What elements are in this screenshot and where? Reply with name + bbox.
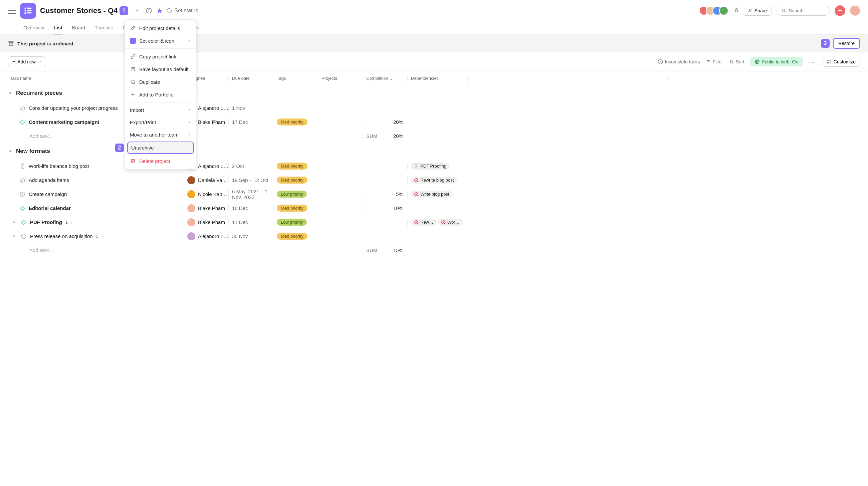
share-button[interactable]: Share <box>743 6 772 16</box>
svg-rect-25 <box>827 60 829 61</box>
star-icon[interactable] <box>156 7 163 14</box>
set-status-button[interactable]: Set status <box>167 8 198 14</box>
public-web-pill[interactable]: Public to web: On <box>750 57 803 66</box>
priority-tag: Med priority <box>277 176 307 184</box>
due-date: 6 May, 2021 – 1 Nov, 2022 <box>228 189 273 200</box>
add-task[interactable]: Add task… <box>0 247 184 253</box>
tab-list[interactable]: List <box>54 25 63 34</box>
callout-3: 3 <box>821 39 830 48</box>
expand-caret-icon[interactable] <box>12 234 16 238</box>
search-input[interactable] <box>777 6 830 16</box>
assignee-name: Alejandro L… <box>198 233 228 239</box>
task-name: Create campaign <box>29 191 67 197</box>
svg-marker-36 <box>20 206 25 210</box>
task-status-icon[interactable] <box>19 191 25 197</box>
add-new-button[interactable]: +Add new <box>8 56 46 67</box>
table-row[interactable]: PDF Proofing1 Blake Pham11 DecLow priori… <box>0 215 868 229</box>
info-icon[interactable] <box>146 7 152 14</box>
more-icon[interactable]: ··· <box>809 58 816 66</box>
dd-move[interactable]: Move to another team <box>125 129 196 141</box>
svg-rect-5 <box>27 12 32 14</box>
global-add-button[interactable]: + <box>835 5 845 16</box>
callout-2: 2 <box>115 143 124 152</box>
col-projects[interactable]: Projects <box>318 76 363 81</box>
due-date: 2 Oct <box>228 163 273 169</box>
dependency-pill[interactable]: Rew… <box>411 219 437 226</box>
dependency-pill[interactable]: Wor… <box>438 219 463 226</box>
col-tags[interactable]: Tags <box>273 76 318 81</box>
customize-button[interactable]: Customize <box>823 57 860 67</box>
svg-rect-3 <box>27 10 32 11</box>
dd-unarchive[interactable]: Unarchive <box>127 141 194 154</box>
dd-save-layout[interactable]: Save layout as default <box>125 63 196 75</box>
incomplete-filter[interactable]: Incomplete tasks <box>658 59 700 64</box>
sort-button[interactable]: Sort <box>729 59 744 64</box>
member-avatars[interactable] <box>702 6 728 15</box>
col-deps[interactable]: Dependencies <box>407 76 467 81</box>
dependency-pill[interactable]: Rewrite blog post <box>411 176 457 184</box>
tab-overview[interactable]: Overview <box>23 25 44 34</box>
table-row[interactable]: Add agenda itemsDaniela Var…19 Sep – 12 … <box>0 173 868 187</box>
add-column[interactable]: + <box>467 75 868 82</box>
archive-icon <box>8 40 14 46</box>
tab-timeline[interactable]: Timeline <box>94 25 113 34</box>
chevron-right-icon <box>187 38 191 44</box>
subtask-count: 5 <box>96 234 104 239</box>
add-new-label: Add new <box>18 59 35 64</box>
duplicate-icon <box>130 79 136 85</box>
dd-import[interactable]: Import <box>125 104 196 116</box>
plus-icon <box>130 92 136 97</box>
tab-board[interactable]: Board <box>72 25 85 34</box>
chevron-right-icon <box>187 132 191 137</box>
sort-icon <box>729 59 734 64</box>
table-row[interactable]: Create campaignNicole Kap…6 May, 2021 – … <box>0 187 868 201</box>
svg-point-16 <box>658 59 662 64</box>
user-avatar[interactable] <box>850 6 860 16</box>
set-status-label: Set status <box>174 8 198 14</box>
banner-text: This project is archived. <box>18 41 75 46</box>
task-status-icon[interactable] <box>19 163 25 169</box>
col-completion[interactable]: Completion … <box>363 76 407 81</box>
svg-rect-2 <box>25 10 26 12</box>
task-status-icon[interactable] <box>19 177 25 183</box>
svg-marker-32 <box>9 151 12 152</box>
completion-value: 20% <box>363 119 407 125</box>
table-row[interactable]: Editorial calendarBlake Pham16 DecMed pr… <box>0 201 868 215</box>
dd-portfolio[interactable]: Add to Portfolio <box>125 88 196 101</box>
restore-button[interactable]: Restore <box>833 38 860 49</box>
link-icon <box>130 54 136 59</box>
task-status-icon[interactable] <box>21 219 27 225</box>
dd-color[interactable]: Set color & icon <box>125 34 196 47</box>
due-date: 1 Nov <box>228 105 273 111</box>
svg-rect-43 <box>132 81 134 84</box>
completion-value: 5% <box>363 191 407 197</box>
expand-caret-icon[interactable] <box>12 220 16 224</box>
dependency-pill[interactable]: Write blog post <box>411 191 452 198</box>
dd-export[interactable]: Export/Print <box>125 116 196 129</box>
col-due[interactable]: Due date <box>228 76 273 81</box>
task-status-icon[interactable] <box>19 105 25 111</box>
dd-copy-link[interactable]: Copy project link <box>125 50 196 63</box>
assignee-name: Blake Pham <box>198 119 225 125</box>
dd-duplicate[interactable]: Duplicate <box>125 75 196 88</box>
svg-point-8 <box>149 9 150 10</box>
filter-button[interactable]: Filter <box>706 59 723 64</box>
due-date: 19 Sep – 12 Oct <box>228 177 273 183</box>
svg-rect-28 <box>830 62 831 63</box>
task-status-icon[interactable] <box>19 119 25 125</box>
dd-edit[interactable]: Edit project details <box>125 22 196 34</box>
menu-icon[interactable] <box>8 8 16 14</box>
color-swatch-icon <box>130 38 136 44</box>
svg-point-10 <box>749 10 750 11</box>
table-row[interactable]: Press release on acquisition5 Alejandro … <box>0 229 868 243</box>
dd-delete[interactable]: Delete project <box>125 155 196 167</box>
save-icon <box>130 66 136 72</box>
project-dropdown-button[interactable] <box>132 6 142 15</box>
search-field[interactable] <box>788 8 825 13</box>
task-status-icon[interactable] <box>19 205 25 211</box>
task-name: Editorial calendar <box>29 205 71 211</box>
priority-tag: Low priority <box>277 219 307 226</box>
task-status-icon[interactable] <box>21 233 27 239</box>
dependency-pill[interactable]: PDF Proofing <box>411 163 450 169</box>
assignee-name: Blake Pham <box>198 219 225 225</box>
